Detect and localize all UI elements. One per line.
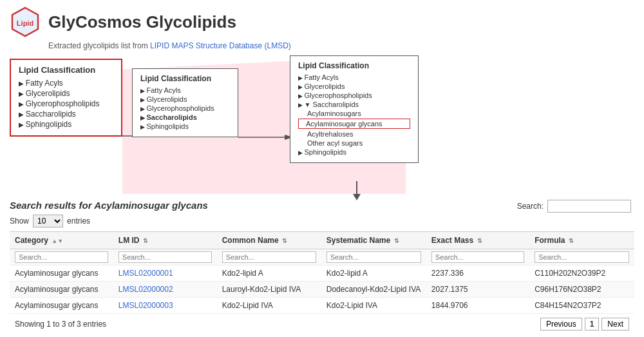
right-class-title: Lipid Classification <box>298 61 410 70</box>
results-section: Search results for Acylaminosugar glycan… <box>0 197 644 337</box>
col-common-name[interactable]: Common Name ⇅ <box>217 232 321 249</box>
mid-class-title: Lipid Classification <box>140 74 230 83</box>
pagination-row: Showing 1 to 3 of 3 entries Previous 1 N… <box>10 314 634 334</box>
svg-text:Lipid: Lipid <box>17 19 33 27</box>
right-class-list: Fatty Acyls Glycerolipids Glycerophospho… <box>298 73 410 156</box>
lmsd-link[interactable]: LIPID MAPS Structure Database (LMSD) <box>150 41 291 50</box>
list-item[interactable]: Glycerophospholipids <box>140 104 230 112</box>
header: Lipid GlyCosmos Glycolipids <box>0 0 644 40</box>
global-search-row: Search: <box>517 200 634 213</box>
col-systematic-name[interactable]: Systematic Name ⇅ <box>321 232 426 249</box>
list-item[interactable]: Saccharolipids <box>19 110 113 119</box>
down-arrow <box>353 181 361 200</box>
search-formula[interactable] <box>535 251 629 263</box>
cell-exact-mass: 1844.9706 <box>426 298 529 314</box>
cell-common-name: Lauroyl-Kdo2-Lipid IVA <box>217 282 321 298</box>
current-page: 1 <box>585 318 600 331</box>
right-classification-box: Lipid Classification Fatty Acyls Glycero… <box>290 55 419 163</box>
table-row: Acylaminosugar glycans LMSL02000003 Kdo2… <box>10 298 634 314</box>
app-logo: Lipid <box>10 6 41 37</box>
list-item selected-item[interactable]: Acylaminosugar glycans <box>298 119 410 129</box>
cell-exact-mass: 2027.1375 <box>426 282 529 298</box>
table-header-row: Category ▲▼ LM ID ⇅ Common Name ⇅ System… <box>10 232 634 249</box>
entries-select[interactable]: 10 25 50 100 <box>33 215 63 227</box>
cell-systematic-name: Kdo2-lipid A <box>321 265 426 282</box>
cell-common-name: Kdo2-Lipid IVA <box>217 298 321 314</box>
search-exact-mass[interactable] <box>431 251 524 263</box>
list-item[interactable]: Sphingolipids <box>298 148 410 156</box>
cell-category: Acylaminosugar glycans <box>10 298 113 314</box>
search-common-name[interactable] <box>222 251 316 263</box>
left-class-title: Lipid Classification <box>19 65 113 75</box>
results-title: Search results for Acylaminosugar glycan… <box>10 200 208 211</box>
diagram-area: Lipid Classification Fatty Acyls Glycero… <box>0 55 644 197</box>
cell-lm-id: LMSL02000002 <box>113 282 217 298</box>
list-item[interactable]: Acyltrehaloses <box>298 130 410 138</box>
data-table: Category ▲▼ LM ID ⇅ Common Name ⇅ System… <box>10 231 634 314</box>
list-item[interactable]: Sphingolipids <box>140 122 230 130</box>
next-button[interactable]: Next <box>601 318 629 331</box>
show-entries-row: Show 10 25 50 100 entries <box>10 215 208 227</box>
list-item[interactable]: Glycerophospholipids <box>298 91 410 99</box>
search-systematic-name[interactable] <box>327 251 421 263</box>
table-search-row <box>10 249 634 265</box>
list-item[interactable]: Glycerophospholipids <box>19 99 113 108</box>
mid-classification-box: Lipid Classification Fatty Acyls Glycero… <box>132 68 238 137</box>
table-body: Acylaminosugar glycans LMSL02000001 Kdo2… <box>10 265 634 314</box>
list-item[interactable]: Fatty Acyls <box>19 79 113 88</box>
col-formula[interactable]: Formula ⇅ <box>529 232 634 249</box>
subtitle: Extracted glycolipids list from LIPID MA… <box>0 40 644 55</box>
list-item selected[interactable]: Saccharolipids <box>140 113 230 121</box>
list-item[interactable]: Fatty Acyls <box>140 86 230 94</box>
left-class-list: Fatty Acyls Glycerolipids Glycerophospho… <box>19 79 113 129</box>
cell-formula: C84H154N2O37P2 <box>529 298 634 314</box>
left-classification-box: Lipid Classification Fatty Acyls Glycero… <box>10 59 122 137</box>
search-category[interactable] <box>15 251 108 263</box>
cell-formula: C110H202N2O39P2 <box>529 265 634 282</box>
global-search-input[interactable] <box>547 200 631 213</box>
app-title: GlyCosmos Glycolipids <box>48 12 236 32</box>
previous-button[interactable]: Previous <box>540 318 582 331</box>
cell-formula: C96H176N2O38P2 <box>529 282 634 298</box>
cell-systematic-name: Dodecanoyl-Kdo2-Lipid IVA <box>321 282 426 298</box>
cell-lm-id: LMSL02000001 <box>113 265 217 282</box>
lm-id-link[interactable]: LMSL02000002 <box>118 285 173 294</box>
search-lm-id[interactable] <box>118 251 212 263</box>
list-item[interactable]: ▼ Saccharolipids <box>298 101 410 108</box>
col-exact-mass[interactable]: Exact Mass ⇅ <box>426 232 529 249</box>
cell-exact-mass: 2237.336 <box>426 265 529 282</box>
lm-id-link[interactable]: LMSL02000003 <box>118 301 173 310</box>
cell-category: Acylaminosugar glycans <box>10 282 113 298</box>
table-row: Acylaminosugar glycans LMSL02000002 Laur… <box>10 282 634 298</box>
table-row: Acylaminosugar glycans LMSL02000001 Kdo2… <box>10 265 634 282</box>
global-search-label: Search: <box>517 202 544 211</box>
list-item[interactable]: Sphingolipids <box>19 120 113 129</box>
col-category[interactable]: Category ▲▼ <box>10 232 113 249</box>
col-lm-id[interactable]: LM ID ⇅ <box>113 232 217 249</box>
showing-text: Showing 1 to 3 of 3 entries <box>15 320 106 329</box>
lm-id-link[interactable]: LMSL02000001 <box>118 269 173 278</box>
list-item[interactable]: Glycerolipids <box>298 82 410 90</box>
list-item[interactable]: Other acyl sugars <box>298 139 410 147</box>
list-item[interactable]: Fatty Acyls <box>298 73 410 81</box>
pagination-controls: Previous 1 Next <box>540 318 629 331</box>
list-item[interactable]: Acylaminosugars <box>298 110 410 117</box>
cell-category: Acylaminosugar glycans <box>10 265 113 282</box>
mid-to-right-arrow <box>238 133 293 144</box>
cell-common-name: Kdo2-lipid A <box>217 265 321 282</box>
list-item[interactable]: Glycerolipids <box>140 95 230 103</box>
list-item[interactable]: Glycerolipids <box>19 89 113 98</box>
cell-lm-id: LMSL02000003 <box>113 298 217 314</box>
mid-class-list: Fatty Acyls Glycerolipids Glycerophospho… <box>140 86 230 130</box>
cell-systematic-name: Kdo2-Lipid IVA <box>321 298 426 314</box>
